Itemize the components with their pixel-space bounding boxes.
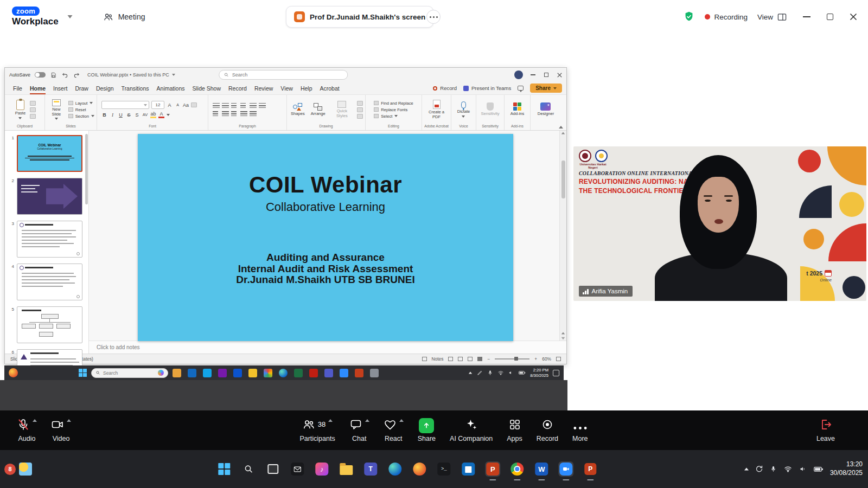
ppt-menu-item[interactable]: Design <box>92 83 118 94</box>
chat-chevron-icon[interactable] <box>365 419 369 422</box>
shared-edge-icon[interactable] <box>279 369 288 377</box>
workspace-chevron-icon[interactable] <box>67 15 72 18</box>
tab-meeting[interactable]: Meeting <box>103 12 145 22</box>
react-button[interactable]: React <box>376 418 411 442</box>
ppt-menu-item[interactable]: Insert <box>49 83 71 94</box>
shared-mic-icon[interactable] <box>487 370 493 376</box>
previous-slide-button[interactable] <box>561 332 565 335</box>
strikethrough-button[interactable]: S <box>126 112 132 118</box>
addins-button[interactable]: Add-ins <box>509 102 526 117</box>
shared-settings-icon[interactable] <box>370 369 379 377</box>
taskbar-search-icon[interactable] <box>241 461 256 477</box>
notes-pane[interactable]: Click to add notes <box>89 341 566 354</box>
leave-button[interactable]: Leave <box>809 418 842 442</box>
ppt-search-input[interactable] <box>232 72 330 78</box>
normal-view-icon[interactable] <box>448 357 453 361</box>
more-button[interactable]: More <box>565 418 595 442</box>
audio-button[interactable]: Audio <box>10 418 44 442</box>
shared-pen-icon[interactable] <box>477 370 483 376</box>
shared-wifi-icon[interactable] <box>497 370 504 376</box>
quick-styles-button[interactable]: Quick Styles <box>330 100 354 119</box>
ppt-restore-button[interactable] <box>544 73 548 77</box>
shared-powerpoint-icon[interactable] <box>355 369 363 377</box>
shared-search-box[interactable] <box>91 368 168 378</box>
shared-search-input[interactable] <box>103 370 150 376</box>
new-slide-button[interactable]: New Slide <box>47 99 66 120</box>
shape-fill-icon[interactable] <box>357 101 363 106</box>
align-right-button[interactable] <box>231 111 238 117</box>
tray-chevron-icon[interactable] <box>744 468 749 471</box>
thumbnail-scrollbar[interactable] <box>85 134 88 204</box>
select-button[interactable]: Select <box>374 114 398 119</box>
ai-companion-button[interactable]: AI Companion <box>443 418 500 442</box>
ppt-menu-item[interactable]: Animations <box>153 83 189 94</box>
save-icon[interactable] <box>50 72 57 79</box>
ppt-menu-item[interactable]: Home <box>26 83 49 94</box>
copy-icon[interactable] <box>30 107 36 112</box>
shared-action-center-icon[interactable] <box>553 370 559 376</box>
shared-chrome-icon[interactable] <box>264 369 272 377</box>
zoom-out-button[interactable]: − <box>487 356 490 362</box>
tray-mic-icon[interactable] <box>770 465 777 473</box>
shared-store-icon[interactable] <box>203 369 212 377</box>
bold-button[interactable]: B <box>101 112 107 118</box>
share-screen-button[interactable]: Share <box>411 418 443 442</box>
audio-options-chevron-icon[interactable] <box>33 419 37 422</box>
canvas-scrollbar[interactable] <box>559 131 566 341</box>
scrollbar-thumb[interactable] <box>561 160 565 198</box>
slide-thumbnail-4[interactable]: 4 <box>8 264 85 300</box>
terminal-icon[interactable]: >_ <box>436 461 451 477</box>
security-shield-icon[interactable] <box>683 11 695 23</box>
undo-icon[interactable] <box>61 72 68 79</box>
task-view-icon[interactable] <box>265 461 280 477</box>
file-explorer-icon[interactable] <box>339 461 354 477</box>
shared-battery-icon[interactable] <box>519 370 526 376</box>
ppt-menu-item[interactable]: Record <box>225 83 251 94</box>
highlight-color-button[interactable]: ab <box>150 111 156 118</box>
speaker-icon[interactable] <box>799 465 807 473</box>
shared-speaker-icon[interactable] <box>508 370 514 376</box>
system-clock[interactable]: 13:20 30/08/2025 <box>830 460 863 477</box>
text-direction-button[interactable] <box>259 102 266 108</box>
layout-button[interactable]: Layout <box>68 101 93 106</box>
shared-mail-icon[interactable] <box>188 369 196 377</box>
ppt-menu-item[interactable]: Slide Show <box>189 83 225 94</box>
ppt-record-button[interactable]: Record <box>433 85 457 91</box>
find-replace-button[interactable]: Find and Replace <box>374 101 413 106</box>
teams-icon[interactable]: T <box>363 461 378 477</box>
shared-onenote-icon[interactable] <box>218 369 227 377</box>
notes-toggle-label[interactable]: Notes <box>432 356 444 362</box>
scroll-up-icon[interactable] <box>561 132 565 134</box>
slide-thumbnail-1[interactable]: 1 COIL Webinar Collaborative Learning <box>8 135 85 172</box>
shared-outlook-icon[interactable] <box>233 369 242 377</box>
ppt-menu-item[interactable]: View <box>277 83 297 94</box>
ppt-menu-item[interactable]: Review <box>251 83 277 94</box>
redo-icon[interactable] <box>73 72 80 79</box>
justify-button[interactable] <box>240 111 247 117</box>
increase-indent-button[interactable] <box>240 102 247 108</box>
underline-button[interactable]: U <box>118 112 124 118</box>
increase-font-icon[interactable]: A <box>167 102 173 108</box>
arrange-button[interactable]: Arrange <box>309 102 327 117</box>
participant-video-tile[interactable]: Universitas Harkat Negeri COLLABORATION … <box>573 146 866 301</box>
format-painter-icon[interactable] <box>30 114 36 119</box>
video-options-chevron-icon[interactable] <box>67 419 71 422</box>
reading-view-icon[interactable] <box>468 357 473 361</box>
dictate-button[interactable]: Dictate <box>456 101 472 118</box>
cut-icon[interactable] <box>30 101 36 106</box>
ppt-share-button[interactable]: Share <box>530 84 562 93</box>
shapes-button[interactable]: Shapes <box>289 102 307 117</box>
collapse-ribbon-button[interactable] <box>559 126 563 129</box>
record-button[interactable]: Record <box>529 418 565 442</box>
clear-formatting-icon[interactable] <box>191 102 197 107</box>
firefox-icon[interactable] <box>412 461 427 477</box>
shared-file-explorer-icon[interactable] <box>248 369 257 377</box>
ppt-minimize-button[interactable] <box>531 74 535 75</box>
shared-tray-chevron-icon[interactable] <box>469 372 472 374</box>
character-spacing-button[interactable]: AV <box>142 112 148 117</box>
shared-photos-icon[interactable] <box>173 369 181 377</box>
next-slide-button[interactable] <box>561 337 565 339</box>
comments-icon[interactable] <box>518 86 524 91</box>
chrome-taskbar-icon[interactable] <box>509 461 525 477</box>
align-left-button[interactable] <box>213 111 220 117</box>
